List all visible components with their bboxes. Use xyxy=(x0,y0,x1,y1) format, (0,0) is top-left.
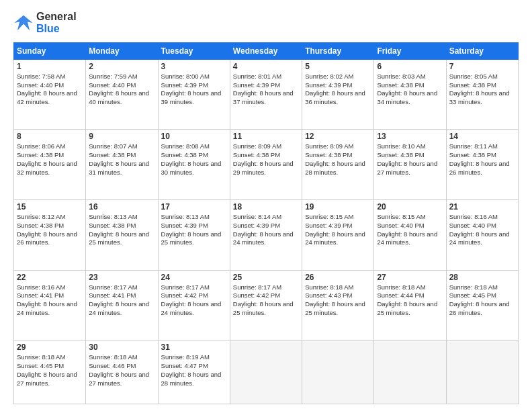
calendar-cell: 9 Sunrise: 8:07 AM Sunset: 4:38 PM Dayli… xyxy=(86,130,158,200)
sunset-label: Sunset: 4:42 PM xyxy=(161,291,208,299)
day-number: 25 xyxy=(233,273,299,282)
sunset-label: Sunset: 4:38 PM xyxy=(305,151,352,158)
sunset-label: Sunset: 4:38 PM xyxy=(89,222,136,229)
day-number: 22 xyxy=(17,273,83,282)
sunrise-label: Sunrise: 8:19 AM xyxy=(161,353,210,361)
daylight-label: Daylight: 8 hours and 24 minutes. xyxy=(89,300,149,316)
calendar-cell: 30 Sunrise: 8:18 AM Sunset: 4:46 PM Dayl… xyxy=(86,340,158,404)
sunrise-label: Sunrise: 8:16 AM xyxy=(17,283,65,291)
day-number: 19 xyxy=(305,202,371,212)
daylight-label: Daylight: 8 hours and 40 minutes. xyxy=(89,89,149,105)
calendar-cell: 26 Sunrise: 8:18 AM Sunset: 4:43 PM Dayl… xyxy=(302,270,374,340)
day-info: Sunrise: 8:17 AM Sunset: 4:42 PM Dayligh… xyxy=(233,283,299,318)
day-header-monday: Monday xyxy=(86,42,158,59)
day-number: 29 xyxy=(17,342,83,352)
calendar-cell: 6 Sunrise: 8:03 AM Sunset: 4:38 PM Dayli… xyxy=(374,59,446,130)
daylight-label: Daylight: 8 hours and 24 minutes. xyxy=(449,230,510,246)
day-number: 24 xyxy=(161,273,227,282)
day-header-thursday: Thursday xyxy=(302,42,374,59)
day-number: 23 xyxy=(89,273,154,282)
week-row-3: 15 Sunrise: 8:12 AM Sunset: 4:38 PM Dayl… xyxy=(14,200,519,271)
calendar-cell: 19 Sunrise: 8:15 AM Sunset: 4:39 PM Dayl… xyxy=(302,200,374,271)
sunrise-label: Sunrise: 8:03 AM xyxy=(377,73,425,80)
svg-marker-0 xyxy=(15,15,33,31)
daylight-label: Daylight: 8 hours and 26 minutes. xyxy=(449,300,510,316)
sunset-label: Sunset: 4:38 PM xyxy=(89,151,136,158)
daylight-label: Daylight: 8 hours and 42 minutes. xyxy=(17,89,77,105)
day-number: 31 xyxy=(161,342,227,352)
calendar-cell: 31 Sunrise: 8:19 AM Sunset: 4:47 PM Dayl… xyxy=(158,340,230,404)
daylight-label: Daylight: 8 hours and 34 minutes. xyxy=(377,89,437,105)
day-number: 4 xyxy=(233,62,299,71)
sunset-label: Sunset: 4:45 PM xyxy=(17,362,64,369)
daylight-label: Daylight: 8 hours and 37 minutes. xyxy=(233,89,294,105)
day-info: Sunrise: 8:16 AM Sunset: 4:40 PM Dayligh… xyxy=(449,213,515,247)
sunrise-label: Sunrise: 8:09 AM xyxy=(233,142,281,150)
sunset-label: Sunset: 4:40 PM xyxy=(17,81,64,89)
day-info: Sunrise: 8:06 AM Sunset: 4:38 PM Dayligh… xyxy=(17,142,83,177)
day-number: 15 xyxy=(17,202,83,212)
calendar-cell: 17 Sunrise: 8:13 AM Sunset: 4:39 PM Dayl… xyxy=(158,200,230,271)
daylight-label: Daylight: 8 hours and 28 minutes. xyxy=(161,371,222,387)
sunset-label: Sunset: 4:38 PM xyxy=(161,151,208,158)
sunrise-label: Sunrise: 8:15 AM xyxy=(305,213,353,220)
calendar-cell: 11 Sunrise: 8:09 AM Sunset: 4:38 PM Dayl… xyxy=(230,130,302,200)
day-info: Sunrise: 8:03 AM Sunset: 4:38 PM Dayligh… xyxy=(377,73,443,107)
calendar-cell: 13 Sunrise: 8:10 AM Sunset: 4:38 PM Dayl… xyxy=(374,130,446,200)
daylight-label: Daylight: 8 hours and 24 minutes. xyxy=(233,230,294,246)
calendar-header-row: SundayMondayTuesdayWednesdayThursdayFrid… xyxy=(14,42,519,59)
calendar-cell: 15 Sunrise: 8:12 AM Sunset: 4:38 PM Dayl… xyxy=(14,200,86,271)
sunrise-label: Sunrise: 8:00 AM xyxy=(161,73,210,80)
sunset-label: Sunset: 4:38 PM xyxy=(17,151,64,158)
sunset-label: Sunset: 4:47 PM xyxy=(161,362,208,369)
day-info: Sunrise: 7:58 AM Sunset: 4:40 PM Dayligh… xyxy=(17,73,83,107)
calendar-cell: 2 Sunrise: 7:59 AM Sunset: 4:40 PM Dayli… xyxy=(86,59,158,130)
day-number: 11 xyxy=(233,132,299,141)
sunset-label: Sunset: 4:41 PM xyxy=(17,291,64,299)
day-number: 12 xyxy=(305,132,371,141)
sunrise-label: Sunrise: 8:15 AM xyxy=(377,213,425,220)
daylight-label: Daylight: 8 hours and 24 minutes. xyxy=(17,300,77,316)
day-info: Sunrise: 8:14 AM Sunset: 4:39 PM Dayligh… xyxy=(233,213,299,247)
sunrise-label: Sunrise: 8:07 AM xyxy=(89,142,137,150)
daylight-label: Daylight: 8 hours and 27 minutes. xyxy=(89,371,149,387)
day-info: Sunrise: 7:59 AM Sunset: 4:40 PM Dayligh… xyxy=(89,73,154,107)
sunset-label: Sunset: 4:45 PM xyxy=(449,291,496,299)
daylight-label: Daylight: 8 hours and 24 minutes. xyxy=(161,300,222,316)
calendar-cell: 21 Sunrise: 8:16 AM Sunset: 4:40 PM Dayl… xyxy=(446,200,518,271)
calendar-cell: 29 Sunrise: 8:18 AM Sunset: 4:45 PM Dayl… xyxy=(14,340,86,404)
calendar-cell: 8 Sunrise: 8:06 AM Sunset: 4:38 PM Dayli… xyxy=(14,130,86,200)
day-number: 27 xyxy=(377,273,443,282)
logo-text: General Blue xyxy=(36,11,77,36)
sunset-label: Sunset: 4:40 PM xyxy=(377,222,424,229)
sunset-label: Sunset: 4:38 PM xyxy=(449,151,496,158)
week-row-4: 22 Sunrise: 8:16 AM Sunset: 4:41 PM Dayl… xyxy=(14,270,519,340)
week-row-5: 29 Sunrise: 8:18 AM Sunset: 4:45 PM Dayl… xyxy=(14,340,519,404)
sunrise-label: Sunrise: 8:18 AM xyxy=(305,283,353,291)
sunset-label: Sunset: 4:38 PM xyxy=(449,81,496,89)
sunset-label: Sunset: 4:39 PM xyxy=(305,222,352,229)
day-header-friday: Friday xyxy=(374,42,446,59)
calendar-cell: 7 Sunrise: 8:05 AM Sunset: 4:38 PM Dayli… xyxy=(446,59,518,130)
sunrise-label: Sunrise: 8:09 AM xyxy=(305,142,353,150)
day-number: 6 xyxy=(377,62,443,71)
sunrise-label: Sunrise: 8:02 AM xyxy=(305,73,353,80)
day-number: 3 xyxy=(161,62,227,71)
day-number: 2 xyxy=(89,62,154,71)
day-number: 7 xyxy=(449,62,515,71)
calendar-cell xyxy=(374,340,446,404)
calendar-cell xyxy=(302,340,374,404)
day-info: Sunrise: 8:05 AM Sunset: 4:38 PM Dayligh… xyxy=(449,73,515,107)
calendar-cell: 10 Sunrise: 8:08 AM Sunset: 4:38 PM Dayl… xyxy=(158,130,230,200)
sunrise-label: Sunrise: 8:12 AM xyxy=(17,213,65,220)
sunset-label: Sunset: 4:39 PM xyxy=(305,81,352,89)
day-number: 28 xyxy=(449,273,515,282)
daylight-label: Daylight: 8 hours and 31 minutes. xyxy=(89,160,149,176)
week-row-2: 8 Sunrise: 8:06 AM Sunset: 4:38 PM Dayli… xyxy=(14,130,519,200)
daylight-label: Daylight: 8 hours and 29 minutes. xyxy=(233,160,294,176)
daylight-label: Daylight: 8 hours and 36 minutes. xyxy=(305,89,365,105)
sunset-label: Sunset: 4:39 PM xyxy=(161,81,208,89)
day-number: 1 xyxy=(17,62,83,71)
sunrise-label: Sunrise: 8:06 AM xyxy=(17,142,65,150)
calendar-cell xyxy=(230,340,302,404)
